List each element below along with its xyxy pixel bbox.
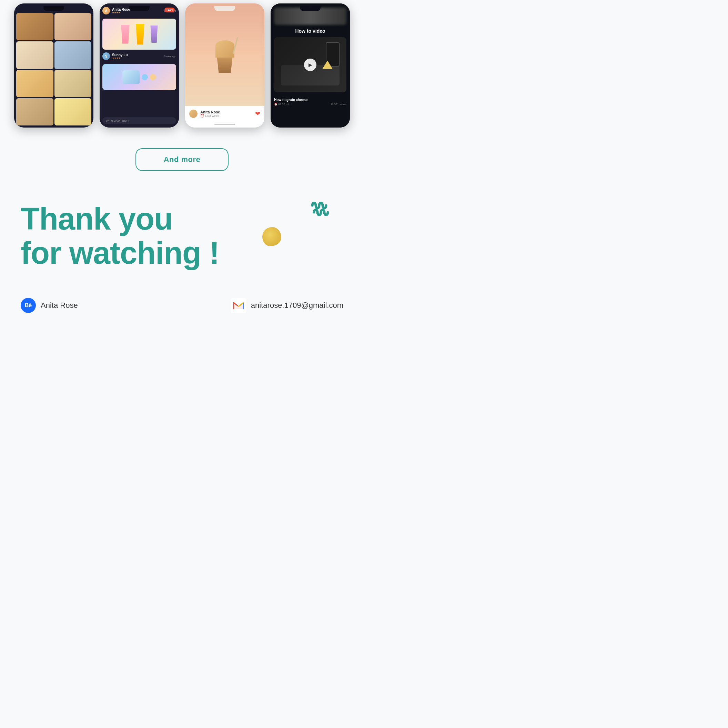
feed-count-badge: +471	[164, 8, 175, 12]
feed-avatar-2: S	[102, 52, 110, 60]
phone-video-title: How to video	[274, 28, 346, 34]
phones-section: +471 A Anita Rose ★★★★ 3 min ago	[0, 0, 364, 138]
feed-stars-2: ★★★★	[112, 57, 162, 60]
phone-video-duration: ⏰ 01:37 min	[274, 103, 290, 106]
thankyou-section: Thank you for watching !	[0, 188, 364, 291]
feed-comment-bar[interactable]: Write a comment	[102, 117, 176, 124]
phone3-avatar	[189, 110, 197, 118]
food-cell-4	[55, 41, 92, 69]
footer-right: anitarose.1709@gmail.com	[231, 298, 343, 313]
gmail-icon	[231, 298, 246, 313]
squiggle-decoration	[309, 199, 336, 228]
feed-image-2	[102, 64, 176, 90]
phone-product: Anita Rose ⏰ Last week ❤	[185, 3, 265, 127]
food-cell-5	[16, 70, 54, 97]
food-cell-1	[16, 13, 54, 40]
phone-video-thumbnail[interactable]: ▶	[274, 37, 346, 92]
phone-video-name: How to grate cheese	[274, 98, 346, 102]
feed-stars-1: ★★★★	[112, 11, 162, 14]
phone3-date: ⏰ Last week	[200, 114, 252, 118]
heart-icon[interactable]: ❤	[255, 110, 260, 118]
food-cell-6	[55, 70, 92, 97]
phone3-username: Anita Rose	[200, 110, 252, 114]
footer-left: Bē Anita Rose	[21, 298, 78, 313]
phone-notch-2	[129, 6, 150, 11]
phone-video-views: 👁 381 views	[330, 103, 346, 106]
feed-image-1	[102, 18, 176, 50]
feed-username-2: Sunny Lu	[112, 53, 162, 57]
and-more-section: And more	[0, 138, 364, 188]
and-more-button[interactable]: And more	[136, 148, 229, 171]
phone-product-content: Anita Rose ⏰ Last week ❤	[185, 3, 265, 127]
behance-icon: Bē	[21, 298, 36, 313]
phone-notch-4	[300, 6, 321, 11]
phone-grid	[14, 3, 93, 127]
feed-avatar-1: A	[102, 7, 110, 14]
phone-notch-3	[214, 6, 235, 11]
phone-feed: +471 A Anita Rose ★★★★ 3 min ago	[99, 3, 179, 127]
food-cell-7	[16, 98, 54, 125]
phone-grid-content	[14, 3, 93, 127]
gold-blob-decoration	[262, 227, 281, 246]
thankyou-line1: Thank you	[21, 202, 343, 236]
phone-notch	[43, 6, 64, 11]
phone-video: How to video ▶ How to gr	[271, 3, 350, 127]
play-button[interactable]: ▶	[304, 59, 317, 71]
food-cell-2	[55, 13, 92, 40]
feed-user-row-2: S Sunny Lu ★★★★ 3 min ago	[102, 52, 176, 60]
phone-feed-content: +471 A Anita Rose ★★★★ 3 min ago	[99, 3, 179, 127]
food-cell-8	[55, 98, 92, 125]
phone-video-content: How to video ▶ How to gr	[271, 3, 350, 127]
thankyou-line2: for watching !	[21, 236, 343, 270]
feed-time-2: 3 min ago	[164, 55, 176, 58]
footer-name: Anita Rose	[41, 301, 78, 310]
phone-video-meta: How to grate cheese ⏰ 01:37 min 👁 381 vi…	[274, 96, 346, 106]
footer-email: anitarose.1709@gmail.com	[251, 301, 343, 310]
footer-section: Bē Anita Rose anitarose.1709@gmail.com	[0, 291, 364, 327]
food-cell-3	[16, 41, 54, 69]
phone-video-stats: ⏰ 01:37 min 👁 381 views	[274, 103, 346, 106]
